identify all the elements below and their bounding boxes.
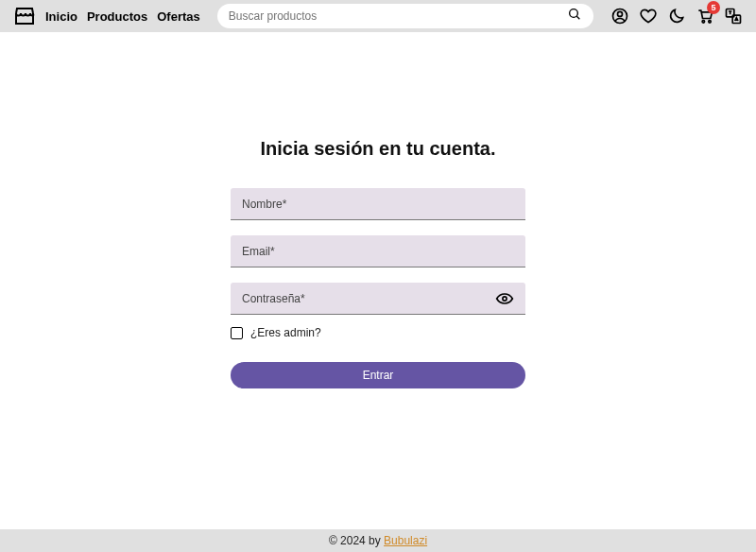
dark-mode-icon[interactable]	[667, 7, 686, 26]
password-field[interactable]: Contraseña*	[231, 283, 525, 315]
footer-author-link[interactable]: Bubulazi	[384, 534, 427, 547]
toggle-password-icon[interactable]	[495, 289, 514, 308]
nav-item-ofertas[interactable]: Ofertas	[157, 9, 200, 24]
footer-text: © 2024 by Bubulazi	[329, 534, 427, 547]
email-label: Email*	[242, 245, 275, 258]
name-label: Nombre*	[242, 198, 286, 211]
submit-button[interactable]: Entrar	[231, 362, 525, 388]
favorites-icon[interactable]	[639, 7, 658, 26]
main-nav: Inicio Productos Ofertas	[45, 9, 200, 24]
login-form: Nombre* Email* Contraseña* ¿Eres admin? …	[231, 188, 525, 388]
email-field[interactable]: Email*	[231, 235, 525, 267]
cart-icon[interactable]: 5	[696, 7, 714, 26]
cart-badge: 5	[707, 1, 720, 14]
admin-check-row: ¿Eres admin?	[231, 326, 525, 339]
main-content: Inicia sesión en tu cuenta. Nombre* Emai…	[0, 32, 756, 529]
header: Inicio Productos Ofertas 5	[0, 0, 756, 32]
nav-item-inicio[interactable]: Inicio	[45, 9, 77, 24]
store-logo[interactable]	[13, 5, 36, 27]
svg-point-4	[709, 21, 712, 24]
svg-point-7	[503, 296, 507, 300]
login-title: Inicia sesión en tu cuenta.	[261, 138, 496, 160]
svg-point-2	[618, 11, 623, 16]
admin-checkbox[interactable]	[231, 327, 243, 339]
nav-item-productos[interactable]: Productos	[87, 9, 147, 24]
search-bar	[217, 4, 593, 28]
password-label: Contraseña*	[242, 292, 305, 305]
footer: © 2024 by Bubulazi	[0, 529, 756, 552]
svg-point-0	[570, 9, 578, 18]
search-input[interactable]	[229, 9, 567, 23]
name-field[interactable]: Nombre*	[231, 188, 525, 220]
svg-point-3	[702, 21, 705, 24]
search-icon[interactable]	[567, 7, 582, 26]
translate-icon[interactable]	[724, 7, 743, 26]
admin-label: ¿Eres admin?	[250, 326, 321, 339]
header-actions: 5	[610, 7, 743, 26]
account-icon[interactable]	[610, 7, 629, 26]
